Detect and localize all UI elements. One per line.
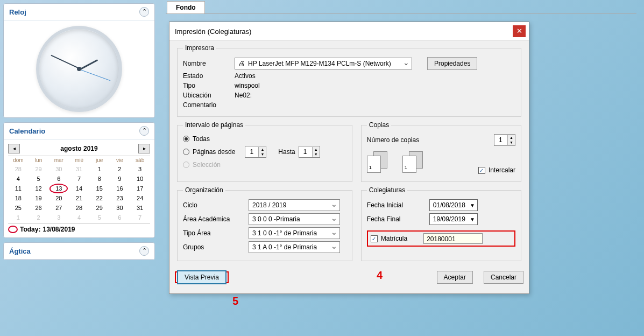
cal-day[interactable]: 13 xyxy=(48,184,69,193)
cal-next-button[interactable]: ▸ xyxy=(138,144,150,153)
cal-day[interactable]: 3 xyxy=(130,164,150,174)
reloj-panel: Reloj ⌃ xyxy=(3,3,155,118)
desde-spin[interactable]: 1 ▲▼ xyxy=(245,146,266,158)
close-icon[interactable]: ✕ xyxy=(513,25,526,37)
cal-day[interactable]: 10 xyxy=(130,174,150,184)
cancelar-button[interactable]: Cancelar xyxy=(484,271,523,284)
cal-day[interactable]: 16 xyxy=(110,184,130,193)
agtica-panel: Ágtica ⌃ xyxy=(3,242,155,260)
cal-month-label: agosto 2019 xyxy=(60,145,97,152)
cal-day[interactable]: 5 xyxy=(29,174,49,184)
cal-day[interactable]: 17 xyxy=(130,184,150,193)
annotation-4: 4 xyxy=(377,269,383,282)
print-dialog: Impresión (Colegiaturas) ✕ Impresora Nom… xyxy=(169,22,529,294)
annotation-5: 5 xyxy=(232,295,238,307)
printer-icon: 🖨 xyxy=(238,60,245,67)
cal-day[interactable]: 30 xyxy=(110,203,130,213)
radio-seleccion: Selección xyxy=(183,161,346,169)
cal-day[interactable]: 1 xyxy=(89,164,110,174)
cal-dow: dom xyxy=(8,156,29,164)
fecha-final-input[interactable]: 19/09/2019▼ xyxy=(429,213,478,225)
reloj-title: Reloj xyxy=(9,8,26,16)
cal-prev-button[interactable]: ◂ xyxy=(8,144,20,153)
cal-dow: jue xyxy=(89,156,110,164)
cal-day[interactable]: 7 xyxy=(69,174,89,184)
matricula-checkbox[interactable]: ✓ xyxy=(371,235,378,242)
tab-fondo[interactable]: Fondo xyxy=(167,1,205,13)
hasta-spin[interactable]: 1 ▲▼ xyxy=(299,146,320,158)
cal-day[interactable]: 2 xyxy=(110,164,130,174)
cal-day[interactable]: 30 xyxy=(48,164,69,174)
aceptar-button[interactable]: Aceptar xyxy=(437,271,473,284)
cal-day[interactable]: 20 xyxy=(48,193,69,203)
cal-day[interactable]: 3 xyxy=(48,213,69,222)
cal-day[interactable]: 11 xyxy=(8,184,29,193)
cal-day[interactable]: 14 xyxy=(69,184,89,193)
cal-day[interactable]: 28 xyxy=(69,203,89,213)
matricula-input[interactable]: 20180001 xyxy=(423,233,483,244)
cal-day[interactable]: 18 xyxy=(8,193,29,203)
impresora-group: Impresora Nombre 🖨 HP LaserJet MFP M129-… xyxy=(177,44,521,117)
radio-todas[interactable]: Todas xyxy=(183,135,346,143)
cal-day[interactable]: 4 xyxy=(69,213,89,222)
tipoarea-select[interactable]: 3 1 0 0 -1° de Primaria xyxy=(249,227,340,239)
agtica-title: Ágtica xyxy=(9,247,31,255)
collate-illustration-icon: 1 1 xyxy=(367,151,426,173)
dialog-title: Impresión (Colegiaturas) xyxy=(175,27,251,36)
matricula-highlight: ✓ Matrícula 20180001 xyxy=(367,230,515,247)
today-ring-icon xyxy=(8,226,18,233)
cal-day[interactable]: 19 xyxy=(29,193,49,203)
grupos-select[interactable]: 3 1 A 0 -1° de Primaria xyxy=(249,241,340,253)
organizacion-group: Organización Ciclo 2018 / 2019 Área Acad… xyxy=(177,186,352,261)
radio-desde[interactable]: Páginas desde 1 ▲▼ Hasta 1 ▲▼ xyxy=(183,146,346,158)
cal-day[interactable]: 5 xyxy=(89,213,110,222)
fecha-inicial-input[interactable]: 01/08/2018▼ xyxy=(429,199,478,211)
nombre-label: Nombre xyxy=(183,60,231,67)
intercalar-checkbox[interactable]: ✓ xyxy=(478,167,485,174)
cal-day[interactable]: 9 xyxy=(110,174,130,184)
cal-day[interactable]: 25 xyxy=(8,203,29,213)
cal-dow: lun xyxy=(29,156,49,164)
colegiaturas-group: Colegiaturas Fecha Inicial 01/08/2018▼ F… xyxy=(361,186,521,261)
cal-day[interactable]: 6 xyxy=(48,174,69,184)
calendario-title: Calendario xyxy=(9,127,45,135)
copias-group: Copias Número de copias 1 ▲▼ 1 1 xyxy=(361,121,521,182)
cal-day[interactable]: 15 xyxy=(89,184,110,193)
area-select[interactable]: 3 0 0 0 -Primaria xyxy=(249,213,340,225)
cal-day[interactable]: 2 xyxy=(29,213,49,222)
collapse-icon[interactable]: ⌃ xyxy=(139,246,149,256)
collapse-icon[interactable]: ⌃ xyxy=(139,126,149,136)
vista-previa-button[interactable]: Vista Previa xyxy=(177,270,227,284)
cal-dow: vie xyxy=(110,156,130,164)
cal-day[interactable]: 22 xyxy=(89,193,110,203)
cal-day[interactable]: 6 xyxy=(110,213,130,222)
cal-day[interactable]: 24 xyxy=(130,193,150,203)
ciclo-select[interactable]: 2018 / 2019 xyxy=(249,199,340,211)
clock-face xyxy=(36,26,122,112)
cal-day[interactable]: 21 xyxy=(69,193,89,203)
cal-dow: mar xyxy=(48,156,69,164)
cal-today-row[interactable]: Today: 13/08/2019 xyxy=(8,223,150,233)
intervalo-group: Intervalo de páginas Todas Páginas desde… xyxy=(177,121,352,182)
cal-day[interactable]: 31 xyxy=(130,203,150,213)
cal-day[interactable]: 8 xyxy=(89,174,110,184)
cal-dow: sáb xyxy=(130,156,150,164)
cal-day[interactable]: 7 xyxy=(130,213,150,222)
cal-day[interactable]: 4 xyxy=(8,174,29,184)
collapse-icon[interactable]: ⌃ xyxy=(139,7,149,17)
cal-day[interactable]: 23 xyxy=(110,193,130,203)
cal-day[interactable]: 27 xyxy=(48,203,69,213)
propiedades-button[interactable]: Propiedades xyxy=(427,57,477,70)
cal-day[interactable]: 31 xyxy=(69,164,89,174)
printer-select[interactable]: 🖨 HP LaserJet MFP M129-M134 PCLm-S (Netw… xyxy=(235,58,412,69)
copias-spin[interactable]: 1 ▲▼ xyxy=(494,134,515,146)
calendario-panel: Calendario ⌃ ◂ agosto 2019 ▸ domlunmarmi… xyxy=(3,122,155,238)
cal-dow: mié xyxy=(69,156,89,164)
cal-day[interactable]: 12 xyxy=(29,184,49,193)
cal-day[interactable]: 29 xyxy=(29,164,49,174)
cal-day[interactable]: 1 xyxy=(8,213,29,222)
cal-day[interactable]: 29 xyxy=(89,203,110,213)
cal-day[interactable]: 26 xyxy=(29,203,49,213)
cal-day[interactable]: 28 xyxy=(8,164,29,174)
